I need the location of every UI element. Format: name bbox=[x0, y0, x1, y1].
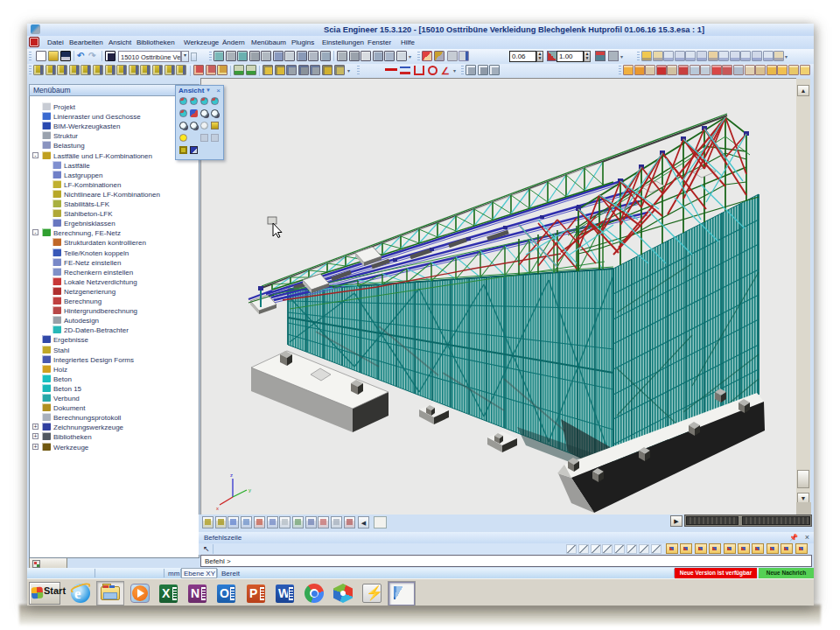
svg-text:y: y bbox=[248, 487, 251, 493]
svg-text:z: z bbox=[230, 472, 233, 478]
svg-text:x: x bbox=[216, 506, 219, 511]
